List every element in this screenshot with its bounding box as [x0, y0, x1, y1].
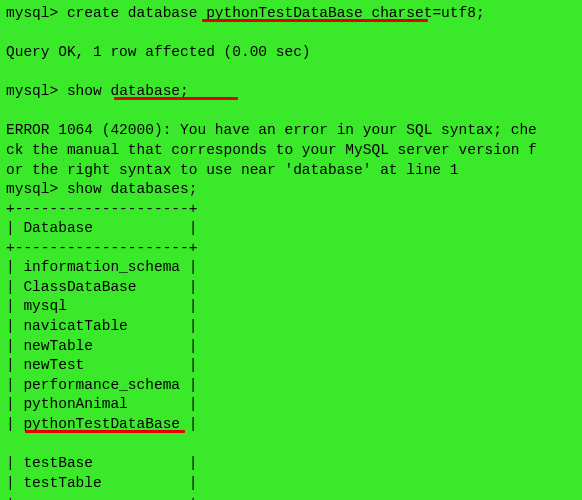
terminal-line-cmd2: mysql> show database; [6, 82, 576, 121]
prompt: mysql> [6, 181, 67, 197]
table-row: | newTable | [6, 337, 576, 357]
terminal-line-cmd3: mysql> show databases; [6, 180, 576, 200]
annotation-underline [202, 19, 428, 22]
prompt: mysql> [6, 83, 67, 99]
table-row: | testTable | [6, 474, 576, 494]
annotation-underline [114, 97, 238, 100]
annotation-underline [25, 430, 185, 433]
table-row: | pythonTestDataBase | [6, 415, 576, 454]
terminal-line-blank [6, 63, 576, 83]
table-row: | newTest | [6, 356, 576, 376]
table-row: | mysql | [6, 297, 576, 317]
terminal-line-cmd1: mysql> create database pythonTestDataBas… [6, 4, 576, 43]
table-separator: +--------------------+ [6, 239, 576, 259]
table-row: | testBase | [6, 454, 576, 474]
table-row: | navicatTable | [6, 317, 576, 337]
terminal-line-error: ERROR 1064 (42000): You have an error in… [6, 121, 576, 141]
table-row: | performance_schema | [6, 376, 576, 396]
terminal-line-output: Query OK, 1 row affected (0.00 sec) [6, 43, 576, 63]
table-row: | pythonAnimal | [6, 395, 576, 415]
command-text: show databases; [67, 181, 198, 197]
table-separator: +--------------------+ [6, 200, 576, 220]
table-row: | ClassDataBase | [6, 278, 576, 298]
prompt: mysql> [6, 5, 67, 21]
terminal-line-error: ck the manual that corresponds to your M… [6, 141, 576, 161]
table-row: | information_schema | [6, 258, 576, 278]
terminal-line-error: or the right syntax to use near 'databas… [6, 161, 576, 181]
table-header: | Database | [6, 219, 576, 239]
table-separator: +--------------------+ [6, 493, 576, 500]
